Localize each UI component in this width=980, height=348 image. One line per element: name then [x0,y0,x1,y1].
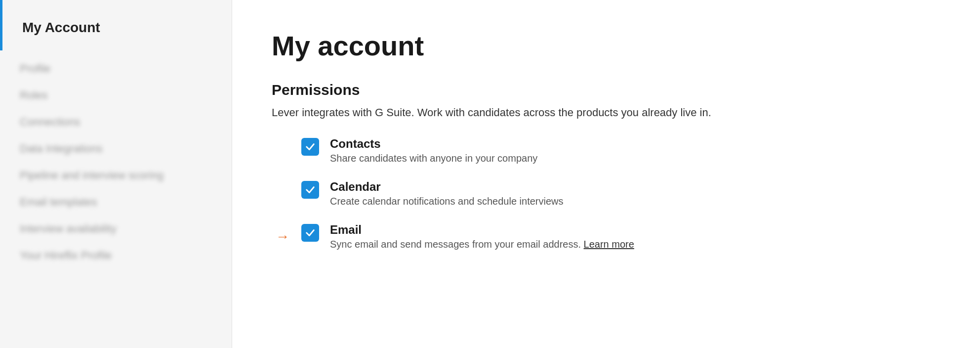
permission-desc-email: Sync email and send messages from your e… [330,239,634,250]
permission-item-contacts: ContactsShare candidates with anyone in … [301,137,940,164]
permission-desc-calendar: Create calendar notifications and schedu… [330,196,564,207]
permissions-list: ContactsShare candidates with anyone in … [272,137,940,250]
sidebar-item-item-3[interactable]: Connections [0,109,232,135]
checkbox-calendar[interactable] [301,181,319,199]
sidebar-item-item-4[interactable]: Data Integrations [0,135,232,162]
checkbox-email[interactable] [301,224,319,242]
permission-text-email: EmailSync email and send messages from y… [330,223,634,250]
sidebar-nav: ProfileRolesConnectionsData Integrations… [0,50,232,274]
sidebar: My Account ProfileRolesConnectionsData I… [0,0,232,348]
permission-name-email: Email [330,223,634,237]
sidebar-header-label: My Account [22,20,100,36]
sidebar-item-item-1[interactable]: Profile [0,55,232,82]
sidebar-item-item-2[interactable]: Roles [0,82,232,109]
permission-text-calendar: CalendarCreate calendar notifications an… [330,180,564,207]
permission-item-calendar: CalendarCreate calendar notifications an… [301,180,940,207]
sidebar-item-item-8[interactable]: Your Hireflix Profile [0,242,232,269]
permissions-section-title: Permissions [272,82,940,98]
permission-item-email: → EmailSync email and send messages from… [301,223,940,250]
sidebar-item-item-5[interactable]: Pipeline and interview scoring [0,162,232,189]
permissions-description: Lever integrates with G Suite. Work with… [272,106,940,119]
checkbox-contacts[interactable] [301,138,319,156]
permission-text-contacts: ContactsShare candidates with anyone in … [330,137,537,164]
permission-name-contacts: Contacts [330,137,537,151]
sidebar-item-item-6[interactable]: Email templates [0,189,232,216]
page-title: My account [272,30,940,62]
sidebar-item-item-7[interactable]: Interview availability [0,216,232,242]
permission-desc-contacts: Share candidates with anyone in your com… [330,153,537,164]
learn-more-link-email[interactable]: Learn more [584,239,634,250]
arrow-indicator-icon: → [276,229,289,245]
main-content: My account Permissions Lever integrates … [232,0,980,348]
sidebar-header: My Account [0,0,232,50]
permission-name-calendar: Calendar [330,180,564,194]
